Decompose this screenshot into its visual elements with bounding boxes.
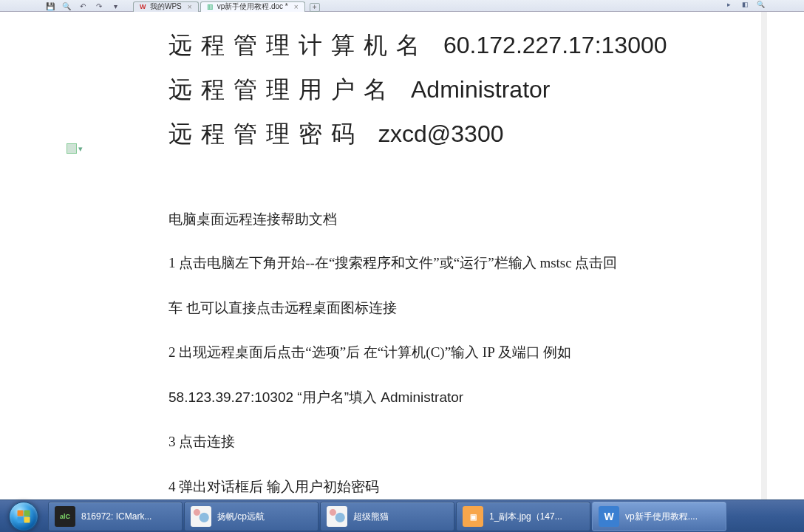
- taskbar-item-wps-doc[interactable]: W vp新手使用教程....: [592, 502, 726, 531]
- mini-search-icon[interactable]: 🔍: [757, 1, 767, 10]
- close-icon[interactable]: ×: [294, 3, 299, 11]
- taskbar-item-label: 扬帆/cp远航: [217, 511, 265, 523]
- undo-icon[interactable]: ↶: [77, 1, 89, 11]
- taskbar-item-label: 816972: ICMark...: [81, 511, 151, 522]
- step-1-line-a: 1 点击电脑左下角开始--在“搜索程序和文件”或“运行”栏输入 mstsc 点击…: [168, 253, 686, 274]
- mini-icon-1[interactable]: ▸: [727, 1, 737, 10]
- app-icon-avatar: [191, 506, 211, 527]
- taskbar-item-label: vp新手使用教程....: [625, 511, 698, 523]
- value-computer-name: 60.172.227.17:13000: [443, 32, 667, 58]
- label-password: 远程管理密码: [168, 120, 364, 147]
- tab-my-wps[interactable]: W 我的WPS ×: [133, 1, 199, 12]
- document-content: 远程管理计算机名 60.172.227.17:13000 远程管理用户名 Adm…: [168, 27, 686, 499]
- taskbar-item-panda[interactable]: 超级熊猫: [320, 502, 454, 531]
- left-gutter: [0, 12, 43, 499]
- header-line-username: 远程管理用户名 Administrator: [168, 74, 686, 106]
- taskbar-item-label: 1_副本.jpg（147...: [489, 511, 562, 523]
- word-doc-icon: ▥: [207, 3, 214, 10]
- value-username: Administrator: [411, 76, 551, 103]
- wps-logo-icon: W: [140, 3, 147, 10]
- tab-label: vp新手使用教程.doc *: [217, 1, 288, 12]
- chevron-down-icon: ▾: [78, 144, 83, 154]
- step-3: 3 点击连接: [168, 432, 686, 453]
- windows-orb-icon: [9, 502, 38, 531]
- search-doc-icon[interactable]: 🔍: [61, 1, 72, 11]
- tab-label: 我的WPS: [150, 1, 182, 12]
- document-area[interactable]: 远程管理计算机名 60.172.227.17:13000 远程管理用户名 Adm…: [43, 12, 760, 499]
- label-username: 远程管理用户名: [168, 76, 396, 103]
- step-2-text: 58.123.39.27:10302 “用户名”填入 Administrator: [168, 389, 463, 405]
- redo-icon[interactable]: ↷: [93, 1, 105, 11]
- paragraph-marker-button[interactable]: ▾: [67, 143, 83, 154]
- label-computer-name: 远程管理计算机名: [168, 32, 429, 58]
- paragraph-doc-icon: [67, 143, 77, 154]
- header-line-password: 远程管理密码 zxcd@3300: [168, 118, 686, 151]
- taskbar-item-icmarkets[interactable]: alC 816972: ICMark...: [48, 502, 183, 531]
- app-icon-panda: [327, 506, 347, 527]
- value-password: zxcd@3300: [378, 120, 503, 147]
- taskbar-item-yangfan[interactable]: 扬帆/cp远航: [184, 502, 318, 531]
- taskbar-item-label: 超级熊猫: [353, 511, 389, 523]
- step-2-line-b: 58.123.39.27:10302 “用户名”填入 Administrator: [168, 387, 686, 409]
- step-4: 4 弹出对话框后 输入用户初始密码: [168, 477, 686, 498]
- step-2-line-a: 2 出现远程桌面后点击“选项”后 在“计算机(C)”输入 IP 及端口 例如: [168, 342, 686, 364]
- header-line-computer: 远程管理计算机名 60.172.227.17:13000: [168, 30, 686, 62]
- mini-icon-2[interactable]: ◧: [742, 1, 752, 10]
- tab-vp-doc[interactable]: ▥ vp新手使用教程.doc * ×: [200, 1, 305, 12]
- step-1-line-b: 车 也可以直接点击远程桌面图标连接: [168, 298, 686, 319]
- app-icon-wps: W: [599, 506, 619, 527]
- add-tab-button[interactable]: +: [310, 3, 320, 12]
- start-button[interactable]: [0, 500, 47, 532]
- app-icon-image-viewer: ▣: [463, 506, 483, 527]
- app-icon-terminal: alC: [55, 506, 75, 527]
- vertical-scrollbar[interactable]: [761, 12, 767, 499]
- dropdown-icon[interactable]: ▾: [109, 1, 121, 11]
- save-icon[interactable]: 💾: [44, 1, 56, 11]
- section-title: 电脑桌面远程连接帮助文档: [168, 210, 686, 229]
- tab-strip: 💾 🔍 ↶ ↷ ▾ W 我的WPS × ▥ vp新手使用教程.doc * × +…: [0, 0, 804, 12]
- right-gutter: [767, 12, 804, 499]
- taskbar-item-image[interactable]: ▣ 1_副本.jpg（147...: [456, 502, 590, 531]
- close-icon[interactable]: ×: [188, 3, 192, 11]
- windows-taskbar: alC 816972: ICMark... 扬帆/cp远航 超级熊猫 ▣ 1_副…: [0, 499, 804, 532]
